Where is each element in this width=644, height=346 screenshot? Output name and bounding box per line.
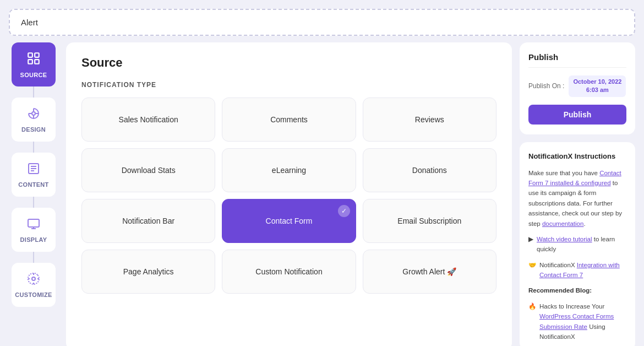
publish-on-label: Publish On : [528,82,564,90]
instructions-title: NotificationX Instructions [528,151,626,163]
card-label-reviews: Reviews [415,115,444,124]
card-label-email-subscription: Email Subscription [397,217,461,225]
sidebar-item-customize[interactable]: CUSTOMIZE [12,263,56,307]
card-label-elearning: eLearning [272,166,306,175]
svg-rect-1 [35,53,39,57]
publish-button[interactable]: Publish [528,105,626,125]
card-page-analytics[interactable]: Page Analytics [81,250,215,294]
card-download-stats[interactable]: Download Stats [81,148,215,192]
sidebar-item-content[interactable]: CONTENT [12,153,56,197]
card-reviews[interactable]: Reviews [363,98,496,142]
card-contact-form[interactable]: ✓ Contact Form [222,199,356,243]
left-sidebar: SOURCE DESIGN [9,42,58,346]
alert-bar: Alert [9,9,635,36]
publish-title: Publish [528,52,626,68]
video-tutorial-link[interactable]: Watch video tutorial [537,236,592,242]
card-comments[interactable]: Comments [222,98,356,142]
sidebar-item-design[interactable]: DESIGN [12,98,56,142]
integration-item: 🤝 NotificationX Integration with Contact… [528,260,626,280]
card-custom-notification[interactable]: Custom Notification [222,250,356,294]
check-icon: ✓ [338,205,350,217]
card-donations[interactable]: Donations [363,148,496,192]
card-notification-bar[interactable]: Notification Bar [81,199,215,243]
recommended-label: Recommended Blog: [528,285,626,295]
svg-rect-0 [28,53,32,57]
sidebar-display-label: DISPLAY [20,236,47,243]
sidebar-item-display[interactable]: DISPLAY [12,208,56,252]
card-label-growth-alert: Growth Alert 🚀 [402,267,456,276]
display-icon [27,217,40,234]
svg-point-12 [32,277,35,280]
connector-2 [33,142,34,153]
card-label-download-stats: Download Stats [122,166,176,175]
card-label-sales: Sales Notification [119,115,178,124]
connector-3 [33,197,34,208]
panel-title: Source [81,56,496,70]
card-label-notification-bar: Notification Bar [122,217,174,225]
content-icon [27,162,40,179]
card-elearning[interactable]: eLearning [222,148,356,192]
card-label-page-analytics: Page Analytics [123,267,174,276]
card-label-custom-notification: Custom Notification [255,267,322,276]
notification-grid: Sales Notification Comments Reviews Down… [81,98,496,294]
connector-1 [33,86,34,98]
svg-point-4 [32,112,35,115]
customize-icon [27,272,40,289]
publish-on-row: Publish On : October 10, 2022 6:03 am [528,75,626,97]
svg-rect-3 [35,60,39,64]
docs-link[interactable]: documentation [542,220,583,227]
integration-icon: 🤝 [528,260,536,270]
card-label-donations: Donations [412,166,447,175]
card-growth-alert[interactable]: Growth Alert 🚀 [363,250,496,294]
publish-box: Publish Publish On : October 10, 2022 6:… [520,42,635,134]
card-sales-notification[interactable]: Sales Notification [81,98,215,142]
sidebar-design-label: DESIGN [21,126,46,133]
alert-text: Alert [21,18,38,27]
fire-icon: 🔥 [528,301,536,311]
main-panel: Source NOTIFICATION TYPE Sales Notificat… [66,42,512,346]
design-icon [27,107,40,123]
source-icon [26,51,41,69]
right-sidebar: Publish Publish On : October 10, 2022 6:… [520,42,635,346]
card-email-subscription[interactable]: Email Subscription [363,199,496,243]
card-label-contact-form: Contact Form [266,217,313,225]
video-icon: ▶ [528,234,533,244]
section-label: NOTIFICATION TYPE [81,81,496,89]
svg-rect-2 [28,60,32,64]
sidebar-item-source[interactable]: SOURCE [12,42,56,86]
sidebar-source-label: SOURCE [20,72,47,78]
sidebar-content-label: CONTENT [18,181,48,188]
connector-4 [33,252,34,263]
svg-rect-9 [28,219,39,227]
sidebar-customize-label: CUSTOMIZE [15,291,52,298]
blog-item: 🔥 Hacks to Increase Your WordPress Conta… [528,301,626,342]
publish-date: October 10, 2022 6:03 am [569,75,626,97]
video-tutorial-item: ▶ Watch video tutorial to learn quickly [528,234,626,255]
instructions-box: NotificationX Instructions Make sure tha… [520,142,635,346]
card-label-comments: Comments [270,115,308,124]
instructions-body: Make sure that you have Contact Form 7 i… [528,168,626,229]
